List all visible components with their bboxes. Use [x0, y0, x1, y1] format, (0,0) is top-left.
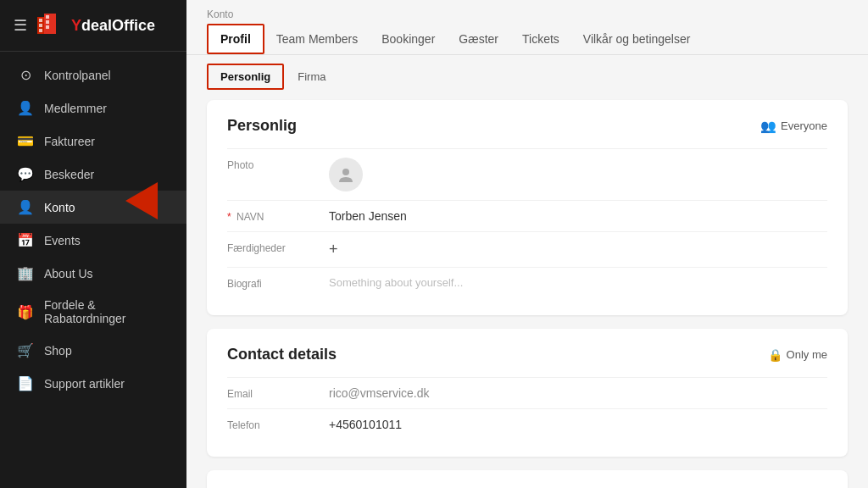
- svg-rect-2: [39, 19, 42, 22]
- sidebar-item-label: Beskeder: [44, 168, 94, 181]
- sidebar-item-label: Konto: [44, 201, 75, 214]
- logo-icon: [36, 10, 66, 41]
- email-row: Email rico@vmservice.dk: [227, 377, 827, 408]
- sidebar-item-beskeder[interactable]: 💬 Beskeder: [0, 158, 186, 191]
- navn-label: * NAVN: [227, 209, 329, 223]
- svg-rect-5: [46, 15, 49, 19]
- sub-tab-firma[interactable]: Firma: [284, 64, 339, 90]
- shop-icon: 🛒: [17, 342, 34, 358]
- faerdigheder-label: Færdigheder: [227, 241, 329, 254]
- sidebar-item-fordele[interactable]: 🎁 Fordele & Rabatordninger: [0, 290, 186, 334]
- lock-icon: 🔒: [768, 348, 782, 362]
- sidebar-item-label: Fordele & Rabatordninger: [44, 298, 170, 325]
- sidebar-item-label: Medlemmer: [44, 102, 107, 115]
- svg-rect-4: [39, 29, 42, 32]
- tab-tickets[interactable]: Tickets: [510, 25, 571, 53]
- sidebar-item-shop[interactable]: 🛒 Shop: [0, 334, 186, 367]
- home-icon: ⊙: [17, 67, 34, 83]
- personlig-card: Personlig 👥 Everyone Photo *: [207, 100, 848, 315]
- telefon-row: Telefon +4560101011: [227, 408, 827, 440]
- socials-card: Socials 👥 Everyone: [207, 470, 848, 488]
- sidebar-item-konto[interactable]: 👤 Konto: [0, 191, 186, 224]
- svg-point-8: [342, 169, 349, 175]
- contact-card-header: Contact details 🔒 Only me: [227, 346, 827, 363]
- telefon-label: Telefon: [227, 418, 329, 431]
- hamburger-icon[interactable]: ☰: [14, 16, 27, 35]
- contact-visibility-label: Only me: [787, 348, 827, 361]
- sidebar-item-medlemmer[interactable]: 👤 Medlemmer: [0, 92, 186, 125]
- tab-team-members[interactable]: Team Members: [264, 25, 370, 53]
- sidebar-item-label: Support artikler: [44, 377, 125, 391]
- biografi-value[interactable]: Something about yourself...: [329, 276, 463, 289]
- logo-text: YdealOffice: [71, 17, 155, 35]
- tabs-container: Profil Team Members Bookinger Gæster Tic…: [186, 24, 868, 55]
- tab-bookinger[interactable]: Bookinger: [370, 25, 447, 53]
- svg-rect-6: [46, 20, 49, 24]
- contact-title: Contact details: [227, 346, 337, 363]
- members-icon: 👤: [17, 100, 34, 116]
- svg-rect-7: [46, 25, 49, 29]
- logo-area: YdealOffice: [36, 10, 155, 41]
- everyone-icon: 👥: [760, 119, 776, 134]
- contact-visibility: 🔒 Only me: [768, 348, 827, 362]
- personlig-card-header: Personlig 👥 Everyone: [227, 117, 827, 135]
- sidebar-item-about-us[interactable]: 🏢 About Us: [0, 257, 186, 290]
- personlig-visibility-label: Everyone: [781, 119, 827, 132]
- avatar[interactable]: [329, 158, 363, 191]
- sidebar-header: ☰ YdealOffice: [0, 0, 186, 52]
- sidebar-item-label: Events: [44, 234, 81, 247]
- svg-rect-3: [39, 24, 42, 27]
- personlig-title: Personlig: [227, 117, 297, 135]
- fordele-icon: 🎁: [17, 304, 34, 320]
- navn-value[interactable]: Torben Jensen: [329, 209, 407, 223]
- navn-row: * NAVN Torben Jensen: [227, 200, 827, 231]
- sidebar-nav: ⊙ Kontrolpanel 👤 Medlemmer 💳 Faktureer 💬…: [0, 52, 186, 488]
- sidebar-item-kontrolpanel[interactable]: ⊙ Kontrolpanel: [0, 58, 186, 92]
- sidebar-item-support[interactable]: 📄 Support artikler: [0, 367, 186, 400]
- faerdigheder-add[interactable]: +: [329, 241, 338, 258]
- sidebar-item-label: Shop: [44, 344, 72, 358]
- sidebar: ☰ YdealOffice ⊙ Kontrolpanel 👤 Medlemmer: [0, 0, 186, 488]
- main-content: Konto Profil Team Members Bookinger Gæst…: [186, 0, 868, 488]
- avatar-icon: [337, 165, 355, 184]
- tab-profil[interactable]: Profil: [207, 24, 264, 54]
- content-area: Personlig 👥 Everyone Photo *: [186, 90, 868, 488]
- messages-icon: 💬: [17, 166, 34, 182]
- email-label: Email: [227, 386, 329, 400]
- sidebar-item-label: Kontrolpanel: [44, 69, 111, 82]
- breadcrumb: Konto: [186, 0, 868, 24]
- sidebar-item-faktureer[interactable]: 💳 Faktureer: [0, 125, 186, 158]
- support-icon: 📄: [17, 375, 34, 391]
- biografi-row: Biografi Something about yourself...: [227, 267, 827, 298]
- sidebar-item-label: About Us: [44, 267, 93, 280]
- tab-vilkaar[interactable]: Vilkår og betingelser: [571, 25, 703, 53]
- photo-label: Photo: [227, 158, 329, 171]
- faerdigheder-row: Færdigheder +: [227, 231, 827, 267]
- biografi-label: Biografi: [227, 276, 329, 290]
- about-icon: 🏢: [17, 265, 34, 281]
- contact-card: Contact details 🔒 Only me Email rico@vms…: [207, 329, 848, 457]
- photo-row: Photo: [227, 148, 827, 200]
- sidebar-item-events[interactable]: 📅 Events: [0, 224, 186, 257]
- telefon-value[interactable]: +4560101011: [329, 418, 402, 431]
- account-icon: 👤: [17, 199, 34, 215]
- tab-gaester[interactable]: Gæster: [447, 25, 510, 53]
- sub-tabs: Personlig Firma: [186, 55, 868, 90]
- personlig-visibility: 👥 Everyone: [760, 119, 827, 134]
- events-icon: 📅: [17, 232, 34, 248]
- invoice-icon: 💳: [17, 133, 34, 149]
- sidebar-item-label: Faktureer: [44, 135, 95, 148]
- sub-tab-personlig[interactable]: Personlig: [207, 64, 284, 90]
- email-value[interactable]: rico@vmservice.dk: [329, 386, 429, 400]
